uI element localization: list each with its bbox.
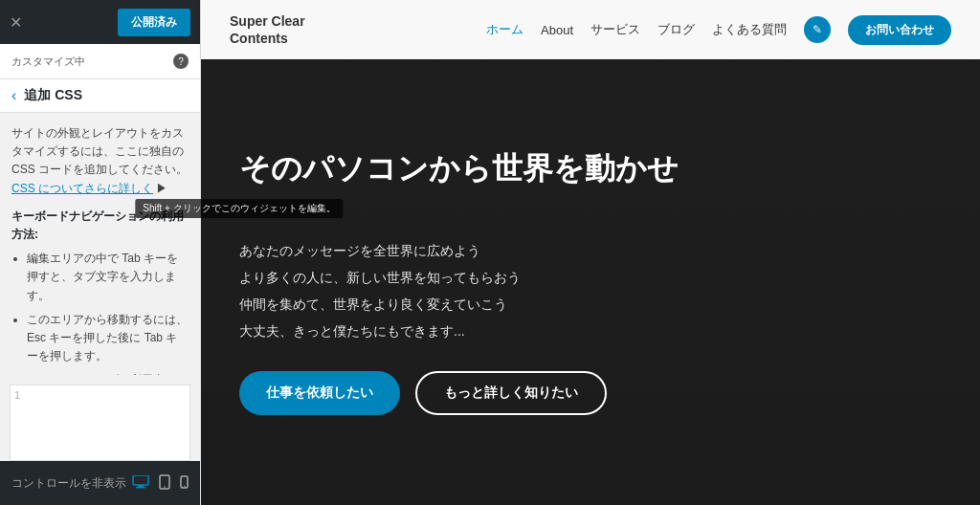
- css-learn-more-link[interactable]: CSS についてさらに詳しく: [11, 182, 153, 195]
- site-nav: ホーム About サービス ブログ よくある質問 ✎ お問い合わせ: [486, 15, 951, 45]
- info-icon[interactable]: ?: [173, 54, 189, 69]
- svg-point-6: [184, 485, 185, 486]
- close-button[interactable]: ✕: [10, 13, 22, 32]
- cta-secondary-button[interactable]: もっと詳しく知りたい: [415, 371, 607, 415]
- cta-primary-button[interactable]: 仕事を依頼したい: [239, 371, 400, 415]
- controls-label[interactable]: コントロールを非表示: [11, 475, 126, 492]
- description-text: サイトの外観とレイアウトをカスタマイズするには、ここに独自の CSS コードを追…: [11, 124, 189, 198]
- desktop-icon[interactable]: [132, 475, 149, 492]
- customize-nav: ‹ 追加 CSS: [0, 79, 200, 113]
- hero-title: そのパソコンから世界を動かせ: [239, 149, 679, 189]
- mobile-icon[interactable]: [180, 475, 189, 492]
- customize-header: カスタマイズ中 ?: [0, 44, 200, 79]
- back-arrow[interactable]: ‹: [11, 87, 16, 104]
- svg-rect-0: [133, 475, 148, 485]
- nav-item-services[interactable]: サービス: [590, 21, 640, 38]
- nav-item-about[interactable]: About: [541, 23, 573, 37]
- nav-edit-icon[interactable]: ✎: [804, 16, 831, 43]
- nav-item-faq[interactable]: よくある質問: [712, 21, 787, 38]
- hero-content: そのパソコンから世界を動かせ Shift + クリックでこのウィジェットを編集。…: [239, 149, 737, 416]
- site-title: Super Clear Contents: [230, 12, 305, 47]
- svg-point-4: [164, 486, 166, 488]
- svg-rect-1: [138, 485, 144, 487]
- customize-panel: ✕ 公開済み カスタマイズ中 ? ‹ 追加 CSS サイトの外観とレイアウトをカ…: [0, 0, 201, 505]
- css-editor-area[interactable]: 1: [10, 384, 190, 461]
- keyboard-tip-3: スクリーンリーダー利用者: フォームモード利用中は、Esc キーを2回押す必要が…: [27, 371, 189, 375]
- publish-button[interactable]: 公開済み: [118, 9, 190, 36]
- customize-status-label: カスタマイズ中: [11, 55, 85, 69]
- hero-buttons: 仕事を依頼したい もっと詳しく知りたい: [239, 371, 737, 415]
- device-icons: [132, 474, 189, 493]
- site-header: Super Clear Contents ホーム About サービス ブログ …: [201, 0, 980, 59]
- hero-tooltip: Shift + クリックでこのウィジェットを編集。: [135, 199, 343, 218]
- contact-button[interactable]: お問い合わせ: [848, 15, 951, 45]
- hero-section: そのパソコンから世界を動かせ Shift + クリックでこのウィジェットを編集。…: [201, 0, 980, 505]
- bottom-bar: コントロールを非表示: [0, 461, 200, 505]
- line-number: 1: [14, 389, 20, 401]
- top-bar: ✕ 公開済み: [0, 0, 200, 44]
- site-preview: Super Clear Contents ホーム About サービス ブログ …: [201, 0, 980, 505]
- section-title: 追加 CSS: [24, 87, 82, 104]
- keyboard-tip-2: このエリアから移動するには、Esc キーを押した後に Tab キーを押します。: [27, 311, 189, 366]
- panel-content: サイトの外観とレイアウトをカスタマイズするには、ここに独自の CSS コードを追…: [0, 113, 200, 375]
- keyboard-tip-1: 編集エリアの中で Tab キーを押すと、タブ文字を入力します。: [27, 250, 189, 305]
- keyboard-tips-list: 編集エリアの中で Tab キーを押すと、タブ文字を入力します。 このエリアから移…: [11, 250, 189, 375]
- svg-rect-2: [136, 487, 145, 489]
- hero-subtitle: あなたのメッセージを全世界に広めよう より多くの人に、新しい世界を知ってもらおう…: [239, 237, 737, 344]
- nav-item-home[interactable]: ホーム: [486, 21, 523, 38]
- tablet-icon[interactable]: [159, 474, 170, 493]
- nav-item-blog[interactable]: ブログ: [657, 21, 695, 38]
